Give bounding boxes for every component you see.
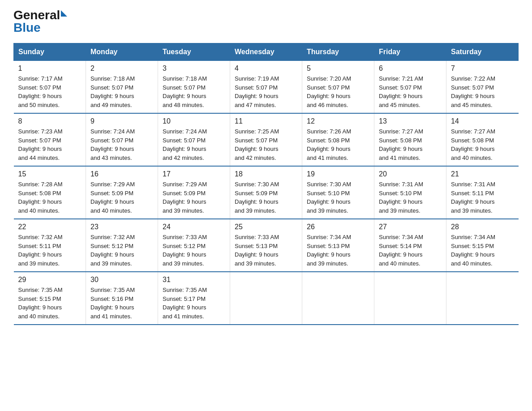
day-number: 31 bbox=[163, 276, 225, 284]
calendar-cell: 28Sunrise: 7:34 AMSunset: 5:15 PMDayligh… bbox=[446, 219, 519, 272]
day-info: Sunrise: 7:28 AMSunset: 5:08 PMDaylight:… bbox=[18, 180, 82, 215]
header-monday: Monday bbox=[86, 43, 158, 61]
calendar-cell: 14Sunrise: 7:27 AMSunset: 5:08 PMDayligh… bbox=[446, 113, 519, 166]
day-number: 14 bbox=[451, 117, 514, 125]
header-sunday: Sunday bbox=[14, 43, 86, 61]
day-info: Sunrise: 7:33 AMSunset: 5:12 PMDaylight:… bbox=[163, 233, 225, 268]
calendar-cell: 27Sunrise: 7:34 AMSunset: 5:14 PMDayligh… bbox=[374, 219, 446, 272]
calendar-cell: 15Sunrise: 7:28 AMSunset: 5:08 PMDayligh… bbox=[14, 166, 86, 219]
day-number: 29 bbox=[18, 276, 82, 284]
day-info: Sunrise: 7:18 AMSunset: 5:07 PMDaylight:… bbox=[90, 74, 153, 109]
calendar-cell: 11Sunrise: 7:25 AMSunset: 5:07 PMDayligh… bbox=[230, 113, 302, 166]
day-number: 11 bbox=[235, 117, 297, 125]
day-info: Sunrise: 7:26 AMSunset: 5:08 PMDaylight:… bbox=[307, 127, 369, 162]
day-number: 25 bbox=[235, 223, 297, 231]
calendar-cell: 10Sunrise: 7:24 AMSunset: 5:07 PMDayligh… bbox=[158, 113, 230, 166]
day-number: 20 bbox=[379, 170, 442, 178]
calendar-cell: 30Sunrise: 7:35 AMSunset: 5:16 PMDayligh… bbox=[86, 272, 158, 325]
day-number: 19 bbox=[307, 170, 369, 178]
week-row-3: 15Sunrise: 7:28 AMSunset: 5:08 PMDayligh… bbox=[14, 166, 519, 219]
day-number: 28 bbox=[451, 223, 514, 231]
header-saturday: Saturday bbox=[446, 43, 519, 61]
week-row-1: 1Sunrise: 7:17 AMSunset: 5:07 PMDaylight… bbox=[14, 61, 519, 114]
calendar-cell: 3Sunrise: 7:18 AMSunset: 5:07 PMDaylight… bbox=[158, 61, 230, 114]
calendar-cell: 20Sunrise: 7:31 AMSunset: 5:10 PMDayligh… bbox=[374, 166, 446, 219]
day-info: Sunrise: 7:29 AMSunset: 5:09 PMDaylight:… bbox=[163, 180, 225, 215]
week-row-2: 8Sunrise: 7:23 AMSunset: 5:07 PMDaylight… bbox=[14, 113, 519, 166]
day-number: 8 bbox=[18, 117, 82, 125]
day-number: 1 bbox=[18, 64, 82, 73]
day-number: 5 bbox=[307, 64, 369, 73]
calendar-cell: 7Sunrise: 7:22 AMSunset: 5:07 PMDaylight… bbox=[446, 61, 519, 114]
day-number: 23 bbox=[90, 223, 153, 231]
day-info: Sunrise: 7:34 AMSunset: 5:14 PMDaylight:… bbox=[379, 233, 442, 268]
day-info: Sunrise: 7:34 AMSunset: 5:13 PMDaylight:… bbox=[307, 233, 369, 268]
calendar-cell: 19Sunrise: 7:30 AMSunset: 5:10 PMDayligh… bbox=[302, 166, 374, 219]
day-info: Sunrise: 7:32 AMSunset: 5:11 PMDaylight:… bbox=[18, 233, 82, 268]
calendar-cell: 23Sunrise: 7:32 AMSunset: 5:12 PMDayligh… bbox=[86, 219, 158, 272]
day-info: Sunrise: 7:21 AMSunset: 5:07 PMDaylight:… bbox=[379, 74, 442, 109]
calendar-header-row: SundayMondayTuesdayWednesdayThursdayFrid… bbox=[14, 43, 519, 61]
logo-general-text: General bbox=[13, 8, 60, 22]
day-number: 7 bbox=[451, 64, 514, 73]
day-info: Sunrise: 7:20 AMSunset: 5:07 PMDaylight:… bbox=[307, 74, 369, 109]
calendar-cell: 5Sunrise: 7:20 AMSunset: 5:07 PMDaylight… bbox=[302, 61, 374, 114]
calendar-cell: 1Sunrise: 7:17 AMSunset: 5:07 PMDaylight… bbox=[14, 61, 86, 114]
day-info: Sunrise: 7:34 AMSunset: 5:15 PMDaylight:… bbox=[451, 233, 514, 268]
day-info: Sunrise: 7:23 AMSunset: 5:07 PMDaylight:… bbox=[18, 127, 82, 162]
calendar-cell: 31Sunrise: 7:35 AMSunset: 5:17 PMDayligh… bbox=[158, 272, 230, 325]
calendar-cell: 25Sunrise: 7:33 AMSunset: 5:13 PMDayligh… bbox=[230, 219, 302, 272]
day-number: 10 bbox=[163, 117, 225, 125]
day-number: 9 bbox=[90, 117, 153, 125]
day-number: 15 bbox=[18, 170, 82, 178]
day-number: 13 bbox=[379, 117, 442, 125]
day-info: Sunrise: 7:30 AMSunset: 5:10 PMDaylight:… bbox=[307, 180, 369, 215]
day-info: Sunrise: 7:35 AMSunset: 5:17 PMDaylight:… bbox=[163, 286, 225, 321]
day-info: Sunrise: 7:22 AMSunset: 5:07 PMDaylight:… bbox=[451, 74, 514, 109]
day-number: 3 bbox=[163, 64, 225, 73]
calendar-table: SundayMondayTuesdayWednesdayThursdayFrid… bbox=[13, 43, 519, 325]
header-thursday: Thursday bbox=[302, 43, 374, 61]
day-info: Sunrise: 7:30 AMSunset: 5:09 PMDaylight:… bbox=[235, 180, 297, 215]
day-info: Sunrise: 7:24 AMSunset: 5:07 PMDaylight:… bbox=[90, 127, 153, 162]
page-header: General Blue bbox=[13, 9, 519, 34]
calendar-cell: 24Sunrise: 7:33 AMSunset: 5:12 PMDayligh… bbox=[158, 219, 230, 272]
calendar-cell: 4Sunrise: 7:19 AMSunset: 5:07 PMDaylight… bbox=[230, 61, 302, 114]
calendar-cell: 21Sunrise: 7:31 AMSunset: 5:11 PMDayligh… bbox=[446, 166, 519, 219]
calendar-cell: 22Sunrise: 7:32 AMSunset: 5:11 PMDayligh… bbox=[14, 219, 86, 272]
day-number: 24 bbox=[163, 223, 225, 231]
day-number: 17 bbox=[163, 170, 225, 178]
calendar-cell: 2Sunrise: 7:18 AMSunset: 5:07 PMDaylight… bbox=[86, 61, 158, 114]
day-info: Sunrise: 7:29 AMSunset: 5:09 PMDaylight:… bbox=[90, 180, 153, 215]
header-wednesday: Wednesday bbox=[230, 43, 302, 61]
day-number: 4 bbox=[235, 64, 297, 73]
day-info: Sunrise: 7:31 AMSunset: 5:10 PMDaylight:… bbox=[379, 180, 442, 215]
logo-blue-text: Blue bbox=[13, 21, 41, 34]
day-info: Sunrise: 7:19 AMSunset: 5:07 PMDaylight:… bbox=[235, 74, 297, 109]
day-info: Sunrise: 7:32 AMSunset: 5:12 PMDaylight:… bbox=[90, 233, 153, 268]
day-number: 12 bbox=[307, 117, 369, 125]
calendar-cell: 6Sunrise: 7:21 AMSunset: 5:07 PMDaylight… bbox=[374, 61, 446, 114]
day-info: Sunrise: 7:17 AMSunset: 5:07 PMDaylight:… bbox=[18, 74, 82, 109]
calendar-cell: 29Sunrise: 7:35 AMSunset: 5:15 PMDayligh… bbox=[14, 272, 86, 325]
calendar-cell: 9Sunrise: 7:24 AMSunset: 5:07 PMDaylight… bbox=[86, 113, 158, 166]
day-number: 22 bbox=[18, 223, 82, 231]
calendar-cell: 13Sunrise: 7:27 AMSunset: 5:08 PMDayligh… bbox=[374, 113, 446, 166]
calendar-cell: 12Sunrise: 7:26 AMSunset: 5:08 PMDayligh… bbox=[302, 113, 374, 166]
day-number: 21 bbox=[451, 170, 514, 178]
day-info: Sunrise: 7:35 AMSunset: 5:15 PMDaylight:… bbox=[18, 286, 82, 321]
day-number: 18 bbox=[235, 170, 297, 178]
calendar-cell: 18Sunrise: 7:30 AMSunset: 5:09 PMDayligh… bbox=[230, 166, 302, 219]
day-info: Sunrise: 7:33 AMSunset: 5:13 PMDaylight:… bbox=[235, 233, 297, 268]
day-info: Sunrise: 7:25 AMSunset: 5:07 PMDaylight:… bbox=[235, 127, 297, 162]
logo-triangle-icon bbox=[61, 10, 67, 17]
calendar-cell: 16Sunrise: 7:29 AMSunset: 5:09 PMDayligh… bbox=[86, 166, 158, 219]
day-number: 6 bbox=[379, 64, 442, 73]
calendar-cell bbox=[374, 272, 446, 325]
header-friday: Friday bbox=[374, 43, 446, 61]
logo: General Blue bbox=[13, 9, 67, 34]
day-info: Sunrise: 7:31 AMSunset: 5:11 PMDaylight:… bbox=[451, 180, 514, 215]
day-info: Sunrise: 7:27 AMSunset: 5:08 PMDaylight:… bbox=[379, 127, 442, 162]
day-info: Sunrise: 7:35 AMSunset: 5:16 PMDaylight:… bbox=[90, 286, 153, 321]
calendar-cell bbox=[302, 272, 374, 325]
